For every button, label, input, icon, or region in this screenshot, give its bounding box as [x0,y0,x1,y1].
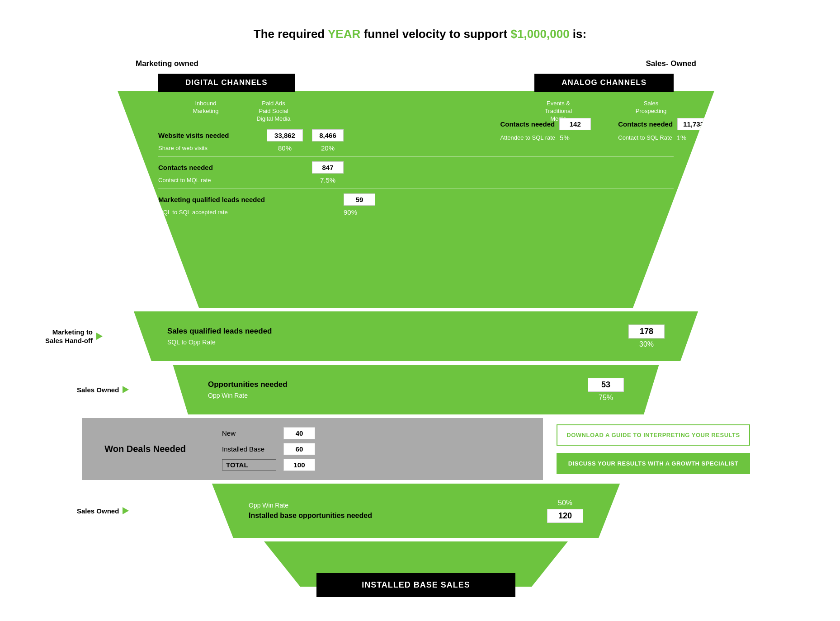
analog-channel-box: ANALOG CHANNELS [534,74,674,92]
sql-rate: 30% [639,340,654,348]
title-middle: funnel velocity to support [360,27,510,41]
events-contacts-row: Contacts needed 142 [500,118,591,130]
prospecting-rate-label: Contact to SQL Rate [618,134,672,141]
title-prefix: The required [254,27,328,41]
paid-mql-rate: 7.5% [312,176,344,184]
paid-share-val: 20% [312,144,344,152]
top-funnel-content: Inbound Marketing Paid Ads Paid Social D… [77,91,755,239]
mql-label: Marketing qualified leads needed [158,196,285,203]
opp-label: Opportunities needed [208,380,288,389]
paid-contacts-box: 847 [312,161,344,174]
events-rate-label: Attendee to SQL rate [500,134,555,141]
top-funnel-section: Inbound Marketing Paid Ads Paid Social D… [77,91,755,308]
opp-right: 53 75% [588,378,624,402]
ib-opp-win-rate: 50% [558,499,572,507]
events-contacts-box: 142 [559,118,591,130]
sql-value-box: 178 [628,325,665,339]
prospecting-contacts-row: Contacts needed 11,733 [618,118,710,130]
opp-arrow [123,386,129,393]
won-deals-wrapper: Won Deals Needed New 40 Installed Base 6… [18,418,814,480]
contact-mql-row: Contact to MQL rate 7.5% [158,176,674,184]
sql-band: Sales qualified leads needed SQL to Opp … [122,311,710,361]
digital-channel-box: DIGITAL CHANNELS [158,74,295,92]
opp-band: Opportunities needed Opp Win Rate 53 75% [163,365,669,414]
mql-sql-rate: 90% [344,208,357,216]
contacts-digital-label: Contacts needed [158,164,258,171]
opp-outside-label: Sales Owned [77,386,129,394]
events-analog: Contacts needed 142 Attendee to SQL rate… [500,118,591,141]
won-ib-row: Installed Base 60 [222,443,315,455]
won-deals-band: Won Deals Needed New 40 Installed Base 6… [82,418,543,480]
ib-opps-side-text: Sales Owned [77,507,119,515]
ownership-sales: Sales- Owned [646,59,696,68]
contact-mql-label: Contact to MQL rate [158,177,258,183]
contacts-digital-row: Contacts needed 847 [158,161,674,174]
analog-section: Contacts needed 142 Attendee to SQL rate… [500,118,710,141]
mql-value-box: 59 [344,193,375,206]
paid-visits-box: 8,466 [312,129,344,141]
channel-headers-row: DIGITAL CHANNELS ANALOG CHANNELS [99,74,732,92]
ib-opps-value-box: 120 [547,509,583,523]
won-ib-box: 60 [283,443,315,455]
won-new-label: New [222,429,276,437]
title-year: YEAR [328,27,360,41]
divider-1 [158,156,674,157]
download-guide-button[interactable]: DOWNLOAD A GUIDE TO INTERPRETING YOUR RE… [557,424,750,446]
won-new-row: New 40 [222,427,315,439]
ib-opps-outside-label: Sales Owned [77,507,129,515]
prospecting-contacts-label: Contacts needed [618,120,673,128]
won-ib-label: Installed Base [222,445,276,453]
won-total-label: TOTAL [222,459,276,470]
events-rate-row: Attendee to SQL rate 5% [500,134,591,141]
page-wrapper: The required YEAR funnel velocity to sup… [0,14,840,611]
inbound-label: Inbound Marketing [185,100,226,123]
paid-label: Paid Ads Paid Social Digital Media [253,100,294,123]
divider-2 [158,188,674,189]
sql-outside-label: Marketing to Sales Hand-off [45,328,103,345]
website-visits-label: Website visits needed [158,132,258,139]
web-share-label: Share of web visits [158,145,258,151]
ownership-marketing: Marketing owned [136,59,198,68]
ib-opps-wrapper: Sales Owned Opp Win Rate Installed base … [18,484,814,538]
won-deals-table: New 40 Installed Base 60 TOTAL 100 [222,427,315,471]
won-new-box: 40 [283,427,315,439]
title-suffix: is: [570,27,587,41]
ownership-headers: Marketing owned Sales- Owned [99,59,732,68]
ib-sales-label-bar: INSTALLED BASE SALES [316,573,515,597]
events-contacts-label: Contacts needed [500,120,555,128]
opp-value-box: 53 [588,378,624,392]
won-total-box: 100 [283,459,315,471]
action-buttons: DOWNLOAD A GUIDE TO INTERPRETING YOUR RE… [557,424,750,474]
mql-row: Marketing qualified leads needed 59 [158,193,674,206]
opp-band-wrapper: Sales Owned Opportunities needed Opp Win… [18,365,814,414]
ib-opps-right: 50% 120 [547,499,583,523]
digital-sub-channels: Inbound Marketing Paid Ads Paid Social D… [158,100,294,123]
opp-rate: 75% [599,394,613,402]
inbound-visits-box: 33,862 [267,129,303,141]
funnel-container: Marketing owned Sales- Owned DIGITAL CHA… [18,59,814,597]
inbound-share-val: 80% [267,144,303,152]
sql-label: Sales qualified leads needed [167,327,272,336]
sql-band-wrapper: Marketing to Sales Hand-off Sales qualif… [18,311,814,361]
events-rate-val: 5% [560,134,570,141]
won-total-row: TOTAL 100 [222,459,315,471]
mql-sql-row: MQL to SQL accepted rate 90% [158,208,674,216]
ib-opps-band: Opp Win Rate Installed base opportunitie… [203,484,628,538]
sql-side-text: Marketing to Sales Hand-off [45,328,93,345]
title-amount: $1,000,000 [511,27,570,41]
ib-opps-label: Installed base opportunities needed [249,512,372,520]
web-share-row: Share of web visits 80% 20% [158,144,674,152]
opp-side-text: Sales Owned [77,386,119,394]
discuss-results-button[interactable]: DISCUSS YOUR RESULTS WITH A GROWTH SPECI… [557,453,750,474]
ib-opp-win-label: Opp Win Rate [249,502,372,509]
prospecting-rate-val: 1% [677,134,687,141]
ib-opps-arrow [123,507,129,514]
ib-opps-left: Opp Win Rate Installed base opportunitie… [249,502,372,520]
sql-right: 178 30% [628,325,665,348]
prospecting-analog: Contacts needed 11,733 Contact to SQL Ra… [618,118,710,141]
won-deals-label: Won Deals Needed [104,444,186,454]
page-title: The required YEAR funnel velocity to sup… [18,27,822,41]
sql-left: Sales qualified leads needed SQL to Opp … [167,327,272,346]
sql-arrow [96,333,103,340]
sql-sub-label: SQL to Opp Rate [167,339,272,346]
